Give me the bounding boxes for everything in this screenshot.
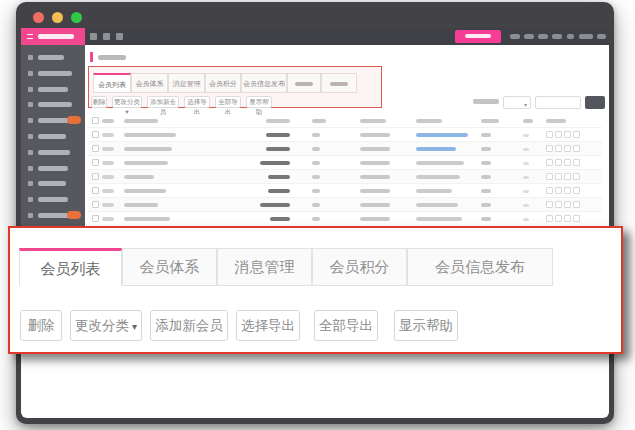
sidebar-item[interactable] — [21, 118, 85, 130]
row-action-icon[interactable] — [546, 173, 553, 180]
row-action-icon[interactable] — [564, 159, 571, 166]
mini-button-2[interactable]: 添加新会员 — [147, 96, 179, 108]
header-nav-item[interactable] — [524, 34, 534, 39]
row-action-icon[interactable] — [573, 173, 580, 180]
sidebar-item[interactable] — [21, 102, 85, 114]
row-checkbox[interactable] — [92, 215, 99, 222]
row-action-icon[interactable] — [546, 187, 553, 194]
mini-button-0[interactable]: 删除 — [91, 96, 107, 108]
row-checkbox[interactable] — [92, 159, 99, 166]
tab-member-points[interactable]: 会员积分 — [312, 248, 407, 286]
tab-member-system[interactable]: 会员体系 — [122, 248, 217, 286]
mini-search-input[interactable] — [535, 96, 581, 109]
row-action-icon[interactable] — [555, 201, 562, 208]
row-action-icon[interactable] — [573, 201, 580, 208]
row-checkbox[interactable] — [92, 131, 99, 138]
sidebar-item[interactable] — [21, 166, 85, 178]
mini-button-3[interactable]: 选择导出 — [184, 96, 210, 108]
table-row — [88, 211, 602, 225]
mini-tab-1[interactable]: 会员体系 — [131, 73, 168, 93]
minimize-window-button[interactable] — [52, 12, 63, 23]
mini-tab-4[interactable]: 会员信息发布 — [241, 73, 287, 93]
close-window-button[interactable] — [33, 12, 44, 23]
sidebar-item[interactable] — [21, 181, 85, 193]
header-primary-button[interactable] — [455, 30, 501, 43]
mini-tab-2[interactable]: 消息管理 — [168, 73, 205, 93]
row-action-icon[interactable] — [555, 215, 562, 222]
row-action-icon[interactable] — [573, 215, 580, 222]
row-action-icon[interactable] — [573, 159, 580, 166]
row-action-icon[interactable] — [555, 187, 562, 194]
app-logo[interactable] — [21, 28, 85, 45]
mini-button-5[interactable]: 显示帮助 — [246, 96, 272, 108]
mini-filter-select[interactable]: ▾ — [503, 96, 531, 109]
row-action-icon[interactable] — [573, 145, 580, 152]
tab-member-list[interactable]: 会员列表 — [19, 248, 122, 286]
mini-tab-placeholder[interactable] — [321, 73, 357, 93]
header-toolbar-icon[interactable] — [116, 33, 123, 40]
row-action-icon[interactable] — [573, 131, 580, 138]
sidebar-item[interactable] — [21, 150, 85, 162]
sidebar-item[interactable] — [21, 71, 85, 83]
sidebar-item[interactable] — [21, 197, 85, 209]
row-action-icon[interactable] — [555, 145, 562, 152]
delete-button[interactable]: 删除 — [20, 310, 62, 341]
cell-id-placeholder — [102, 161, 114, 165]
row-action-icon[interactable] — [564, 187, 571, 194]
header-nav-item[interactable] — [567, 34, 574, 39]
row-action-icon[interactable] — [564, 173, 571, 180]
add-member-button[interactable]: 添加新会员 — [150, 310, 228, 341]
header-nav-item[interactable] — [579, 34, 593, 39]
header-nav-item[interactable] — [552, 34, 562, 39]
chevron-down-icon: ▾ — [524, 101, 527, 108]
sidebar-item-icon — [28, 134, 33, 139]
row-action-icon[interactable] — [564, 145, 571, 152]
table-row — [88, 141, 602, 155]
tab-message-management[interactable]: 消息管理 — [217, 248, 312, 286]
header-toolbar-icon[interactable] — [103, 33, 110, 40]
row-action-icon[interactable] — [564, 131, 571, 138]
row-action-icon[interactable] — [555, 131, 562, 138]
tab-member-info-publish[interactable]: 会员信息发布 — [407, 248, 553, 286]
zoom-window-button[interactable] — [71, 12, 82, 23]
mini-tab-0[interactable]: 会员列表 — [93, 73, 131, 93]
change-category-button[interactable]: 更改分类▾ — [70, 310, 142, 341]
select-all-checkbox[interactable] — [92, 117, 99, 124]
header-nav-item[interactable] — [597, 34, 606, 39]
row-action-icon[interactable] — [555, 173, 562, 180]
row-action-icon[interactable] — [546, 159, 553, 166]
show-help-button[interactable]: 显示帮助 — [394, 310, 458, 341]
sidebar-item[interactable] — [21, 134, 85, 146]
page-title-accent — [90, 52, 93, 62]
row-action-icon[interactable] — [564, 201, 571, 208]
cell-email-link[interactable] — [416, 147, 456, 151]
header-nav-item[interactable] — [510, 34, 520, 39]
sidebar-item[interactable] — [21, 55, 85, 67]
row-checkbox[interactable] — [92, 187, 99, 194]
mini-tab-placeholder[interactable] — [287, 73, 321, 93]
row-checkbox[interactable] — [92, 201, 99, 208]
cell-email-link[interactable] — [416, 133, 468, 137]
export-all-button[interactable]: 全部导出 — [314, 310, 378, 341]
row-action-icon[interactable] — [546, 201, 553, 208]
mini-button-4[interactable]: 全部导出 — [215, 96, 241, 108]
row-action-icon[interactable] — [555, 159, 562, 166]
cell-group-placeholder — [312, 175, 320, 179]
row-checkbox[interactable] — [92, 145, 99, 152]
row-action-icon[interactable] — [546, 145, 553, 152]
sidebar-item[interactable] — [21, 213, 85, 225]
header-toolbar-icon[interactable] — [90, 33, 97, 40]
mini-tab-3[interactable]: 会员积分 — [205, 73, 241, 93]
export-selected-button[interactable]: 选择导出 — [236, 310, 300, 341]
mini-button-1[interactable]: 更改分类 ▾ — [112, 96, 142, 108]
cell-id-placeholder — [102, 217, 114, 221]
row-action-icon[interactable] — [573, 187, 580, 194]
sidebar-item[interactable] — [21, 87, 85, 99]
page-title-placeholder — [98, 55, 126, 60]
header-nav-item[interactable] — [538, 34, 548, 39]
row-action-icon[interactable] — [564, 215, 571, 222]
row-checkbox[interactable] — [92, 173, 99, 180]
row-action-icon[interactable] — [546, 131, 553, 138]
mini-search-button[interactable] — [585, 96, 605, 109]
row-action-icon[interactable] — [546, 215, 553, 222]
